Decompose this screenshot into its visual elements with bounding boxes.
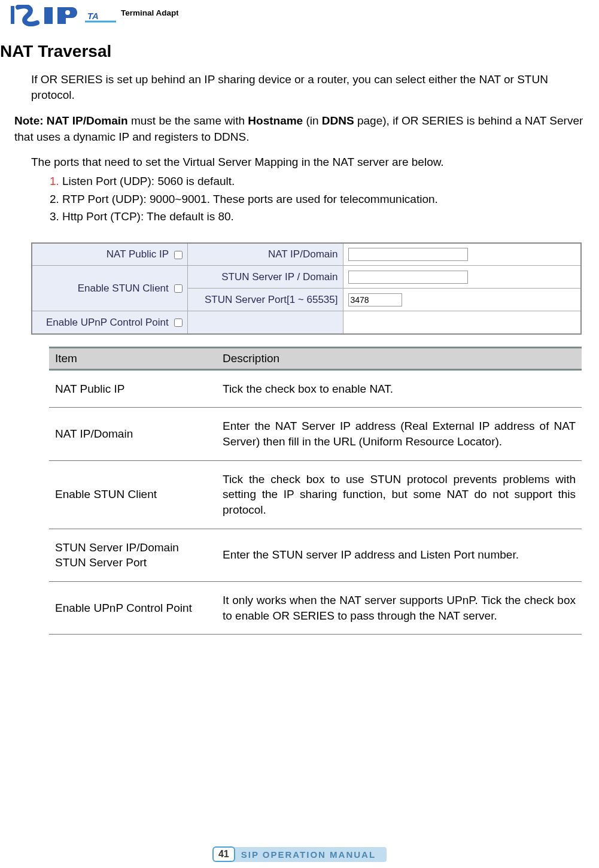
ports-list: Listen Port (UDP): 5060 is default. RTP … (42, 172, 585, 225)
table-row: Enable STUN Client Tick the check box to… (49, 460, 582, 529)
ports-intro: The ports that need to set the Virtual S… (31, 156, 585, 169)
svg-rect-0 (11, 6, 14, 24)
page-title: NAT Traversal (0, 42, 585, 61)
enable-stun-checkbox[interactable] (174, 284, 183, 293)
svg-text:TA: TA (87, 11, 99, 21)
terminal-adapter-label: Terminal Adapter (121, 8, 178, 17)
enable-stun-label: Enable STUN Client (32, 266, 187, 311)
svg-rect-1 (44, 7, 53, 24)
nat-form: NAT Public IP NAT IP/Domain Enable STUN … (31, 242, 585, 335)
footer: 41 SIP OPERATION MANUAL (0, 846, 599, 862)
nat-ip-domain-input[interactable] (348, 248, 468, 261)
stun-server-ip-input[interactable] (348, 271, 468, 284)
intro-text: If OR SERIES is set up behind an IP shar… (31, 72, 585, 102)
nat-public-ip-checkbox[interactable] (174, 251, 183, 259)
stun-port-label: STUN Server Port[1 ~ 65535] (187, 289, 343, 311)
page-number: 41 (212, 846, 235, 862)
note-text: Note: NAT IP/Domain must be the same wit… (14, 113, 585, 145)
description-table: Item Description NAT Public IP Tick the … (49, 347, 582, 635)
list-item: Listen Port (UDP): 5060 is default. (62, 172, 585, 190)
table-row: NAT Public IP Tick the check box to enab… (49, 369, 582, 408)
stun-port-input[interactable] (348, 293, 402, 306)
manual-title: SIP OPERATION MANUAL (233, 847, 387, 862)
list-item: RTP Port (UDP): 9000~9001. These ports a… (62, 190, 585, 208)
table-row: STUN Server IP/Domain STUN Server Port E… (49, 529, 582, 581)
header-item: Item (49, 347, 217, 369)
stun-server-ip-label: STUN Server IP / Domain (187, 266, 343, 289)
nat-public-ip-label: NAT Public IP (32, 243, 187, 266)
list-item: Http Port (TCP): The default is 80. (62, 208, 585, 225)
enable-upnp-label: Enable UPnP Control Point (32, 311, 187, 334)
table-row: Enable UPnP Control Point It only works … (49, 581, 582, 634)
header-description: Description (217, 347, 582, 369)
svg-point-2 (65, 10, 70, 15)
nat-ip-domain-label: NAT IP/Domain (187, 243, 343, 266)
table-row: NAT IP/Domain Enter the NAT Server IP ad… (49, 408, 582, 460)
header: TA Terminal Adapter (0, 0, 599, 26)
logo-sip-ta: TA Terminal Adapter (11, 5, 178, 26)
enable-upnp-checkbox[interactable] (174, 318, 183, 327)
